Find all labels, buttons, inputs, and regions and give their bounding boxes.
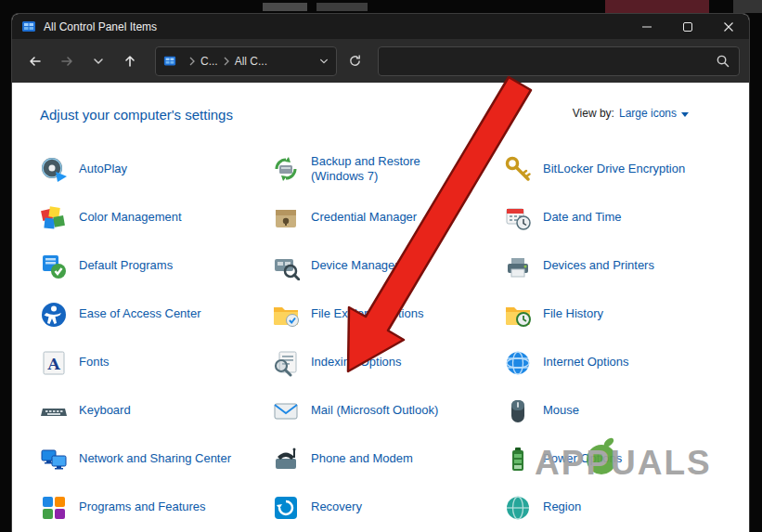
recent-pages-button[interactable]	[84, 47, 112, 75]
autoplay-icon	[40, 155, 68, 183]
refresh-button[interactable]	[341, 47, 368, 75]
minimize-button[interactable]	[626, 14, 667, 39]
control-panel-item[interactable]: Ease of Access Center	[40, 300, 272, 330]
control-panel-item-label: Mail (Microsoft Outlook)	[311, 403, 438, 418]
phone-modem-icon	[272, 446, 300, 474]
background-window-fragment	[316, 3, 368, 11]
recovery-icon	[272, 494, 300, 522]
chevron-down-icon	[93, 56, 104, 67]
indexing-options-icon	[272, 349, 300, 377]
control-panel-item-label: Device Manager	[311, 258, 399, 273]
breadcrumb-separator-icon	[223, 57, 230, 66]
window-title: All Control Panel Items	[44, 20, 626, 33]
programs-features-icon	[40, 494, 68, 522]
control-panel-item[interactable]: Indexing Options	[272, 348, 504, 378]
back-arrow-icon	[28, 54, 43, 69]
refresh-icon	[348, 54, 362, 68]
mail-icon	[272, 397, 300, 425]
control-panel-item[interactable]: Credential Manager	[272, 203, 504, 233]
control-panel-item[interactable]: Device Manager	[272, 252, 504, 281]
file-history-icon	[504, 301, 532, 329]
network-sharing-icon	[40, 446, 68, 474]
keyboard-icon	[40, 397, 68, 425]
bitlocker-icon	[504, 155, 532, 183]
control-panel-item[interactable]: Mouse	[504, 396, 721, 426]
date-time-icon	[504, 204, 532, 232]
maximize-icon	[683, 22, 692, 32]
control-panel-item[interactable]: AFonts	[40, 348, 272, 378]
region-icon	[504, 494, 532, 522]
close-button[interactable]	[708, 14, 749, 39]
control-panel-item[interactable]: Recovery	[272, 493, 504, 523]
control-panel-item-label: Indexing Options	[311, 355, 402, 370]
control-panel-item-label: Internet Options	[543, 355, 629, 370]
up-button[interactable]	[116, 47, 144, 75]
background-window-fragment	[733, 0, 762, 13]
control-panel-item-label: File Explorer Options	[311, 306, 423, 321]
breadcrumb-segment[interactable]: All C...	[235, 55, 267, 68]
control-panel-item[interactable]: BitLocker Drive Encryption	[504, 154, 721, 185]
page-heading: Adjust your computer's settings	[40, 107, 233, 123]
close-icon	[724, 22, 733, 32]
background-window-fragment	[605, 0, 709, 13]
view-by-label: View by:	[573, 107, 614, 120]
ease-of-access-icon	[40, 301, 68, 329]
forward-button[interactable]	[53, 47, 81, 75]
control-panel-item-label: Color Management	[79, 210, 182, 225]
control-panel-item[interactable]: Region	[504, 493, 721, 523]
background-window-fragment	[263, 3, 307, 11]
search-icon	[716, 54, 730, 68]
control-panel-item[interactable]: Color Management	[40, 203, 272, 233]
control-panel-item[interactable]: Devices and Printers	[504, 252, 721, 281]
breadcrumb-separator-icon	[188, 57, 196, 66]
control-panel-item[interactable]: File Explorer Options	[272, 300, 504, 330]
control-panel-item-label: File History	[543, 306, 603, 321]
control-panel-item-label: Ease of Access Center	[79, 306, 201, 321]
control-panel-item-label: Network and Sharing Center	[79, 451, 231, 466]
control-panel-item[interactable]: Network and Sharing Center	[40, 445, 272, 474]
control-panel-item[interactable]: Mail (Microsoft Outlook)	[272, 396, 504, 426]
control-panel-item[interactable]: Date and Time	[504, 203, 721, 233]
maximize-button[interactable]	[667, 14, 708, 39]
desktop: { "titlebar": { "title": "All Control Pa…	[0, 0, 762, 532]
search-input[interactable]	[388, 55, 716, 68]
control-panel-item[interactable]: File History	[504, 300, 721, 330]
breadcrumb-segment[interactable]: C...	[200, 55, 218, 68]
control-panel-item-label: Phone and Modem	[311, 451, 413, 466]
watermark-text: APPUALS	[535, 444, 712, 482]
address-dropdown-icon[interactable]	[319, 57, 329, 66]
control-panel-item[interactable]: Programs and Features	[40, 493, 272, 523]
internet-options-icon	[504, 349, 532, 377]
navigation-bar: C... All C...	[12, 39, 749, 83]
view-by-dropdown[interactable]: Large icons	[619, 107, 689, 120]
device-manager-icon	[272, 253, 300, 280]
color-management-icon	[40, 204, 68, 232]
control-panel-item-label: Credential Manager	[311, 210, 417, 225]
devices-printers-icon	[504, 253, 532, 280]
control-panel-item-label: Recovery	[311, 500, 362, 514]
control-panel-item[interactable]: Backup and Restore (Windows 7)	[272, 154, 504, 185]
control-panel-item-label: Programs and Features	[79, 500, 206, 514]
control-panel-icon	[163, 55, 176, 68]
backup-restore-icon	[272, 155, 300, 183]
control-panel-item[interactable]: AutoPlay	[40, 154, 272, 185]
control-panel-item-label: Default Programs	[79, 258, 173, 273]
control-panel-item-label: Backup and Restore (Windows 7)	[311, 154, 471, 185]
file-explorer-options-icon	[272, 301, 300, 329]
control-panel-item[interactable]: Phone and Modem	[272, 445, 504, 474]
control-panel-item-label: Region	[543, 500, 581, 514]
control-panel-item[interactable]: Default Programs	[40, 252, 272, 281]
address-bar[interactable]: C... All C...	[155, 46, 337, 76]
titlebar: All Control Panel Items	[12, 14, 749, 39]
back-button[interactable]	[21, 47, 49, 75]
control-panel-item-label: Fonts	[79, 355, 110, 370]
control-panel-item[interactable]: Internet Options	[504, 348, 721, 378]
control-panel-item[interactable]: Keyboard	[40, 396, 272, 426]
watermark: APPUALS	[535, 444, 712, 483]
search-box[interactable]	[378, 46, 740, 76]
svg-text:A: A	[46, 355, 60, 373]
control-panel-icon	[21, 19, 36, 34]
mouse-icon	[504, 397, 532, 425]
control-panel-item-label: Date and Time	[543, 210, 622, 225]
control-panel-item-label: Keyboard	[79, 403, 131, 418]
